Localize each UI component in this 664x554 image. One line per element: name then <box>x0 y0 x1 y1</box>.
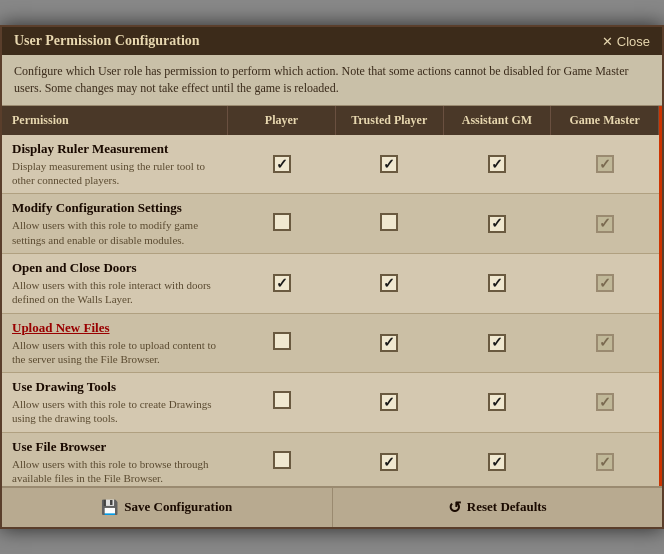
gm-checkbox <box>596 155 614 173</box>
dialog-title: User Permission Configuration <box>14 33 200 49</box>
gm-checkbox-cell <box>551 313 659 373</box>
agm-checkbox[interactable] <box>488 393 506 411</box>
trusted-checkbox-cell <box>335 373 443 433</box>
permission-desc: Allow users with this role to browse thr… <box>12 457 218 486</box>
gm-checkbox <box>596 334 614 352</box>
save-configuration-button[interactable]: Save Configuration <box>2 488 333 527</box>
permission-name: Open and Close Doors <box>12 260 218 276</box>
close-button[interactable]: ✕ Close <box>602 34 650 49</box>
trusted-checkbox-cell <box>335 194 443 254</box>
trusted-checkbox-cell <box>335 313 443 373</box>
permission-name: Display Ruler Measurement <box>12 141 218 157</box>
table-row: Upload New FilesAllow users with this ro… <box>2 313 659 373</box>
agm-checkbox[interactable] <box>488 274 506 292</box>
gm-checkbox-cell <box>551 253 659 313</box>
gm-checkbox <box>596 393 614 411</box>
player-checkbox[interactable] <box>273 213 291 231</box>
permission-name: Use Drawing Tools <box>12 379 218 395</box>
dialog-footer: Save Configuration Reset Defaults <box>2 486 662 527</box>
player-checkbox-cell <box>228 373 336 433</box>
reset-icon <box>448 498 461 517</box>
trusted-checkbox[interactable] <box>380 393 398 411</box>
player-checkbox[interactable] <box>273 155 291 173</box>
permission-desc: Allow users with this role to create Dra… <box>12 397 218 426</box>
player-checkbox[interactable] <box>273 451 291 469</box>
permission-name: Use File Browser <box>12 439 218 455</box>
trusted-checkbox[interactable] <box>380 155 398 173</box>
gm-checkbox-cell <box>551 432 659 486</box>
player-checkbox[interactable] <box>273 274 291 292</box>
permission-name: Modify Configuration Settings <box>12 200 218 216</box>
player-checkbox-cell <box>228 135 336 194</box>
table-row: Modify Configuration SettingsAllow users… <box>2 194 659 254</box>
save-label: Save Configuration <box>124 499 232 515</box>
trusted-checkbox[interactable] <box>380 213 398 231</box>
agm-checkbox-cell <box>443 194 551 254</box>
dialog-description: Configure which User role has permission… <box>2 55 662 106</box>
trusted-checkbox[interactable] <box>380 274 398 292</box>
table-header-row: Permission Player Trusted Player Assista… <box>2 106 659 135</box>
agm-checkbox[interactable] <box>488 155 506 173</box>
dialog-header: User Permission Configuration ✕ Close <box>2 27 662 55</box>
agm-checkbox-cell <box>443 432 551 486</box>
player-checkbox-cell <box>228 194 336 254</box>
table-row: Use Drawing ToolsAllow users with this r… <box>2 373 659 433</box>
permission-desc: Allow users with this role to modify gam… <box>12 218 218 247</box>
agm-checkbox[interactable] <box>488 215 506 233</box>
player-checkbox-cell <box>228 432 336 486</box>
agm-checkbox-cell <box>443 135 551 194</box>
player-checkbox-cell <box>228 313 336 373</box>
player-checkbox-cell <box>228 253 336 313</box>
trusted-checkbox-cell <box>335 432 443 486</box>
reset-defaults-button[interactable]: Reset Defaults <box>333 488 663 527</box>
gm-checkbox <box>596 215 614 233</box>
agm-checkbox[interactable] <box>488 453 506 471</box>
col-trusted-player: Trusted Player <box>335 106 443 135</box>
agm-checkbox-cell <box>443 313 551 373</box>
agm-checkbox[interactable] <box>488 334 506 352</box>
col-player: Player <box>228 106 336 135</box>
permissions-table-container: Permission Player Trusted Player Assista… <box>2 106 662 486</box>
permissions-table: Permission Player Trusted Player Assista… <box>2 106 659 486</box>
col-game-master: Game Master <box>551 106 659 135</box>
reset-label: Reset Defaults <box>467 499 547 515</box>
col-assistant-gm: Assistant GM <box>443 106 551 135</box>
agm-checkbox-cell <box>443 373 551 433</box>
col-permission: Permission <box>2 106 228 135</box>
gm-checkbox-cell <box>551 135 659 194</box>
gm-checkbox-cell <box>551 373 659 433</box>
permission-desc: Allow users with this role to upload con… <box>12 338 218 367</box>
user-permission-dialog: User Permission Configuration ✕ Close Co… <box>0 25 664 529</box>
permission-desc: Display measurement using the ruler tool… <box>12 159 218 188</box>
trusted-checkbox[interactable] <box>380 453 398 471</box>
save-icon <box>101 499 118 516</box>
trusted-checkbox[interactable] <box>380 334 398 352</box>
trusted-checkbox-cell <box>335 135 443 194</box>
agm-checkbox-cell <box>443 253 551 313</box>
player-checkbox[interactable] <box>273 391 291 409</box>
gm-checkbox-cell <box>551 194 659 254</box>
trusted-checkbox-cell <box>335 253 443 313</box>
table-row: Open and Close DoorsAllow users with thi… <box>2 253 659 313</box>
table-row: Display Ruler MeasurementDisplay measure… <box>2 135 659 194</box>
permission-desc: Allow users with this role interact with… <box>12 278 218 307</box>
table-row: Use File BrowserAllow users with this ro… <box>2 432 659 486</box>
gm-checkbox <box>596 274 614 292</box>
permission-name: Upload New Files <box>12 320 218 336</box>
player-checkbox[interactable] <box>273 332 291 350</box>
gm-checkbox <box>596 453 614 471</box>
